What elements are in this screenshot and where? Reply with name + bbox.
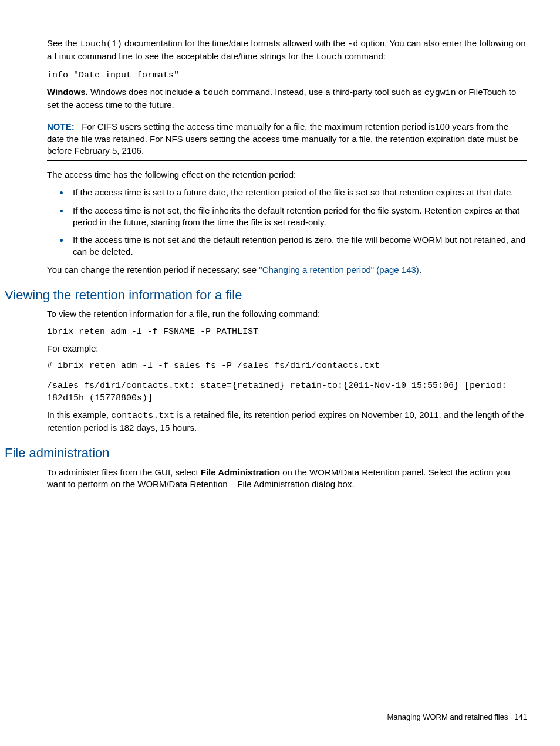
- text: To administer files from the GUI, select: [47, 467, 201, 477]
- paragraph: Windows. Windows does not include a touc…: [47, 86, 527, 112]
- paragraph: The access time has the following effect…: [47, 169, 527, 181]
- inline-code: -d: [348, 39, 358, 49]
- inline-code: touch: [316, 52, 342, 62]
- paragraph: For example:: [47, 343, 527, 355]
- text: Windows does not include a: [88, 87, 203, 97]
- paragraph: In this example, contacts.txt is a retai…: [47, 409, 527, 434]
- section-heading-viewing: Viewing the retention information for a …: [5, 286, 527, 304]
- section-heading-file-admin: File administration: [5, 444, 527, 462]
- list-item: If the access time is not set, the file …: [69, 205, 527, 229]
- note-label: NOTE:: [47, 121, 75, 131]
- code-block: ibrix_reten_adm -l -f FSNAME -P PATHLIST: [47, 326, 527, 338]
- bullet-list: If the access time is set to a future da…: [47, 187, 527, 258]
- text: In this example,: [47, 410, 111, 420]
- note-text: For CIFS users setting the access time m…: [47, 121, 518, 156]
- note-box: NOTE: For CIFS users setting the access …: [47, 117, 527, 161]
- text: command. Instead, use a third-party tool…: [229, 87, 424, 97]
- text: See the: [47, 38, 80, 48]
- paragraph: To view the retention information for a …: [47, 308, 527, 320]
- text: .: [419, 265, 421, 275]
- inline-code: touch(1): [80, 39, 122, 49]
- code-block: /sales_fs/dir1/contacts.txt: state={reta…: [47, 380, 527, 404]
- inline-code: touch: [203, 88, 229, 98]
- bold-text: File Administration: [201, 467, 280, 477]
- code-block: # ibrix_reten_adm -l -f sales_fs -P /sal…: [47, 360, 527, 372]
- text: You can change the retention period if n…: [47, 265, 259, 275]
- inline-code: contacts.txt: [111, 411, 174, 421]
- list-item: If the access time is set to a future da…: [69, 187, 527, 198]
- paragraph: See the touch(1) documentation for the t…: [47, 38, 527, 64]
- list-item: If the access time is not set and the de…: [69, 234, 527, 258]
- windows-label: Windows.: [47, 87, 88, 97]
- cross-reference-link[interactable]: "Changing a retention period" (page 143): [259, 265, 419, 275]
- text: command:: [342, 51, 386, 61]
- text: documentation for the time/date formats …: [122, 38, 348, 48]
- inline-code: cygwin: [424, 88, 456, 98]
- paragraph: You can change the retention period if n…: [47, 264, 527, 276]
- code-block: info "Date input formats": [47, 70, 527, 82]
- paragraph: To administer files from the GUI, select…: [47, 467, 527, 491]
